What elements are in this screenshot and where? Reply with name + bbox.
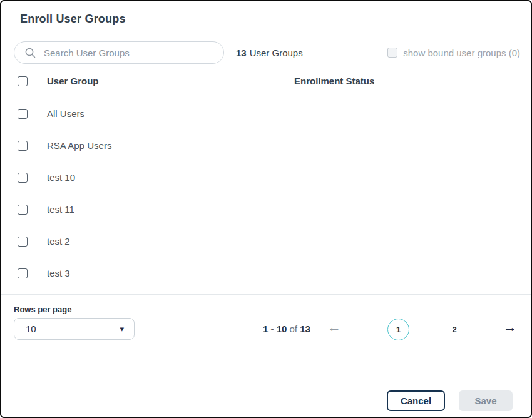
row-user-group-name: test 11 <box>47 204 74 215</box>
row-checkbox[interactable] <box>18 141 28 151</box>
table-row[interactable]: All Users <box>1 98 531 130</box>
page-button-2[interactable]: 2 <box>448 319 461 340</box>
row-checkbox[interactable] <box>18 268 28 278</box>
rows-per-page-select[interactable]: 10 ▾ <box>14 318 135 340</box>
table-row[interactable]: test 10 <box>1 161 531 193</box>
row-user-group-name: test 3 <box>47 268 70 278</box>
user-groups-count-label: User Groups <box>250 48 303 58</box>
column-header-enrollment-status: Enrollment Status <box>294 76 374 86</box>
table-bottom-divider <box>1 294 531 295</box>
rows-per-page-value: 10 <box>26 324 120 334</box>
search-icon <box>24 47 36 59</box>
pagination-range-values: 1 - 10 <box>263 324 287 334</box>
pagination-range: 1 - 10 of 13 <box>263 324 310 334</box>
show-bound-checkbox[interactable] <box>387 48 397 58</box>
page-button-1[interactable]: 1 <box>387 319 409 340</box>
pagination-total: 13 <box>300 324 310 334</box>
table-row[interactable]: RSA App Users <box>1 130 531 161</box>
show-bound-user-groups-control[interactable]: show bound user groups (0) <box>387 41 520 64</box>
column-header-user-group: User Group <box>47 76 99 86</box>
search-input[interactable] <box>44 48 213 58</box>
row-user-group-name: test 10 <box>47 172 75 183</box>
page-title: Enroll User Groups <box>20 13 126 26</box>
next-page-arrow-icon[interactable]: → <box>503 319 517 335</box>
table-row[interactable]: test 3 <box>1 257 531 289</box>
search-box[interactable] <box>14 41 224 64</box>
row-user-group-name: RSA App Users <box>47 140 111 151</box>
rows-per-page-label: Rows per page <box>14 305 71 314</box>
row-checkbox[interactable] <box>18 205 28 215</box>
row-checkbox[interactable] <box>18 237 28 247</box>
user-groups-count: 13 User Groups <box>236 41 303 64</box>
chevron-down-icon: ▾ <box>120 325 124 333</box>
user-groups-count-value: 13 <box>236 48 247 58</box>
row-user-group-name: test 2 <box>47 236 70 247</box>
table-row[interactable]: test 2 <box>1 225 531 257</box>
pagination-of-label: of <box>290 324 298 334</box>
row-checkbox[interactable] <box>18 173 28 183</box>
cancel-button[interactable]: Cancel <box>387 390 445 411</box>
row-user-group-name: All Users <box>47 108 84 119</box>
show-bound-label: show bound user groups (0) <box>403 48 520 58</box>
table-header-row: User Group Enrollment Status <box>1 66 531 96</box>
select-all-checkbox[interactable] <box>18 76 28 86</box>
enroll-user-groups-dialog: Enroll User Groups 13 User Groups show b… <box>0 0 532 418</box>
table-header-divider <box>1 96 531 96</box>
save-button[interactable]: Save <box>459 390 513 411</box>
previous-page-arrow-icon[interactable]: ← <box>327 319 341 335</box>
table-row[interactable]: test 11 <box>1 193 531 225</box>
row-checkbox[interactable] <box>18 109 28 119</box>
